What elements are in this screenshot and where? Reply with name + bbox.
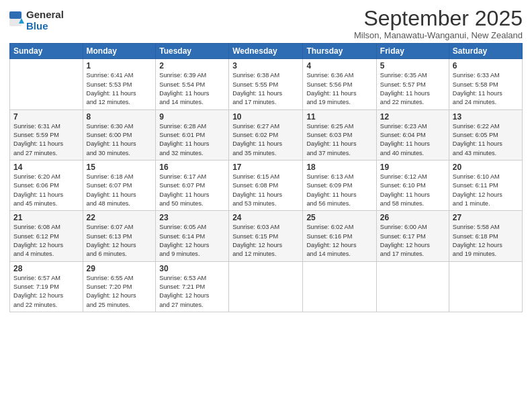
day-number: 12 — [380, 112, 445, 122]
day-info: Sunrise: 6:12 AM Sunset: 6:10 PM Dayligh… — [380, 173, 445, 208]
day-info: Sunrise: 6:23 AM Sunset: 6:04 PM Dayligh… — [380, 122, 445, 158]
day-number: 20 — [453, 163, 519, 172]
week-row-4: 21Sunrise: 6:08 AM Sunset: 6:12 PM Dayli… — [10, 211, 523, 261]
day-info: Sunrise: 6:20 AM Sunset: 6:06 PM Dayligh… — [13, 173, 79, 208]
calendar-cell: 26Sunrise: 6:00 AM Sunset: 6:17 PM Dayli… — [376, 211, 449, 261]
day-info: Sunrise: 6:27 AM Sunset: 6:02 PM Dayligh… — [232, 122, 299, 158]
day-info: Sunrise: 6:31 AM Sunset: 5:59 PM Dayligh… — [13, 122, 79, 158]
day-info: Sunrise: 6:38 AM Sunset: 5:55 PM Dayligh… — [232, 71, 299, 107]
calendar-cell: 29Sunrise: 6:55 AM Sunset: 7:20 PM Dayli… — [83, 261, 156, 312]
day-info: Sunrise: 6:07 AM Sunset: 6:13 PM Dayligh… — [87, 223, 152, 259]
calendar-cell: 2Sunrise: 6:39 AM Sunset: 5:54 PM Daylig… — [156, 59, 229, 109]
calendar-cell: 10Sunrise: 6:27 AM Sunset: 6:02 PM Dayli… — [229, 109, 303, 160]
day-number: 27 — [453, 213, 519, 222]
day-number: 18 — [306, 163, 372, 172]
location-text: Milson, Manawatu-Wanganui, New Zealand — [354, 30, 523, 40]
calendar-cell — [303, 261, 376, 312]
day-info: Sunrise: 6:00 AM Sunset: 6:17 PM Dayligh… — [380, 223, 445, 259]
day-info: Sunrise: 6:13 AM Sunset: 6:09 PM Dayligh… — [306, 173, 372, 208]
calendar-cell: 5Sunrise: 6:35 AM Sunset: 5:57 PM Daylig… — [376, 59, 449, 109]
calendar-cell — [376, 261, 449, 312]
week-row-1: 1Sunrise: 6:41 AM Sunset: 5:53 PM Daylig… — [10, 59, 523, 109]
day-info: Sunrise: 6:18 AM Sunset: 6:07 PM Dayligh… — [87, 173, 152, 208]
day-info: Sunrise: 6:41 AM Sunset: 5:53 PM Dayligh… — [87, 71, 152, 107]
day-info: Sunrise: 6:39 AM Sunset: 5:54 PM Dayligh… — [159, 71, 225, 107]
day-number: 4 — [306, 61, 372, 71]
calendar-cell: 30Sunrise: 6:53 AM Sunset: 7:21 PM Dayli… — [156, 261, 229, 312]
calendar-table: SundayMondayTuesdayWednesdayThursdayFrid… — [9, 43, 523, 312]
day-info: Sunrise: 6:17 AM Sunset: 6:07 PM Dayligh… — [159, 173, 225, 208]
day-info: Sunrise: 6:03 AM Sunset: 6:15 PM Dayligh… — [232, 223, 299, 259]
day-info: Sunrise: 6:36 AM Sunset: 5:56 PM Dayligh… — [306, 71, 372, 107]
day-info: Sunrise: 6:02 AM Sunset: 6:16 PM Dayligh… — [306, 223, 372, 259]
week-row-2: 7Sunrise: 6:31 AM Sunset: 5:59 PM Daylig… — [10, 109, 523, 160]
calendar-cell: 17Sunrise: 6:15 AM Sunset: 6:08 PM Dayli… — [229, 160, 303, 210]
day-info: Sunrise: 6:55 AM Sunset: 7:20 PM Dayligh… — [87, 274, 152, 310]
day-header-sunday: Sunday — [10, 44, 83, 59]
week-row-3: 14Sunrise: 6:20 AM Sunset: 6:06 PM Dayli… — [10, 160, 523, 210]
day-number: 16 — [159, 163, 225, 172]
day-number: 5 — [380, 61, 445, 71]
header-row: SundayMondayTuesdayWednesdayThursdayFrid… — [10, 44, 523, 59]
calendar-cell: 21Sunrise: 6:08 AM Sunset: 6:12 PM Dayli… — [10, 211, 83, 261]
calendar-cell: 23Sunrise: 6:05 AM Sunset: 6:14 PM Dayli… — [156, 211, 229, 261]
day-info: Sunrise: 6:53 AM Sunset: 7:21 PM Dayligh… — [159, 274, 225, 310]
calendar-cell — [449, 261, 522, 312]
day-number: 3 — [232, 61, 299, 71]
day-header-wednesday: Wednesday — [229, 44, 303, 59]
day-number: 15 — [87, 163, 152, 172]
day-number: 24 — [232, 213, 299, 222]
title-section: September 2025 Milson, Manawatu-Wanganui… — [354, 7, 523, 40]
day-number: 22 — [87, 213, 152, 222]
day-number: 1 — [87, 61, 152, 71]
day-number: 25 — [306, 213, 372, 222]
day-info: Sunrise: 6:33 AM Sunset: 5:58 PM Dayligh… — [453, 71, 519, 107]
day-header-thursday: Thursday — [303, 44, 376, 59]
calendar-cell: 4Sunrise: 6:36 AM Sunset: 5:56 PM Daylig… — [303, 59, 376, 109]
day-info: Sunrise: 6:57 AM Sunset: 7:19 PM Dayligh… — [13, 274, 79, 310]
day-info: Sunrise: 6:22 AM Sunset: 6:05 PM Dayligh… — [453, 122, 519, 158]
calendar-cell: 16Sunrise: 6:17 AM Sunset: 6:07 PM Dayli… — [156, 160, 229, 210]
day-header-friday: Friday — [376, 44, 449, 59]
day-number: 7 — [13, 112, 79, 122]
day-number: 8 — [87, 112, 152, 122]
logo-icon — [9, 11, 24, 30]
calendar-cell — [229, 261, 303, 312]
day-number: 17 — [232, 163, 299, 172]
day-info: Sunrise: 5:58 AM Sunset: 6:18 PM Dayligh… — [453, 223, 519, 259]
calendar-cell: 22Sunrise: 6:07 AM Sunset: 6:13 PM Dayli… — [83, 211, 156, 261]
day-header-tuesday: Tuesday — [156, 44, 229, 59]
calendar-cell: 15Sunrise: 6:18 AM Sunset: 6:07 PM Dayli… — [83, 160, 156, 210]
day-number: 29 — [87, 264, 152, 273]
logo-text: General Blue — [26, 9, 64, 32]
svg-rect-1 — [9, 11, 21, 19]
day-number: 23 — [159, 213, 225, 222]
day-number: 21 — [13, 213, 79, 222]
page-header: General Blue September 2025 Milson, Mana… — [9, 7, 523, 40]
calendar-cell: 27Sunrise: 5:58 AM Sunset: 6:18 PM Dayli… — [449, 211, 522, 261]
week-row-5: 28Sunrise: 6:57 AM Sunset: 7:19 PM Dayli… — [10, 261, 523, 312]
day-header-monday: Monday — [83, 44, 156, 59]
month-title: September 2025 — [354, 7, 523, 30]
logo: General Blue — [9, 9, 64, 32]
day-info: Sunrise: 6:08 AM Sunset: 6:12 PM Dayligh… — [13, 223, 79, 259]
day-number: 6 — [453, 61, 519, 71]
calendar-cell: 13Sunrise: 6:22 AM Sunset: 6:05 PM Dayli… — [449, 109, 522, 160]
day-number: 11 — [306, 112, 372, 122]
day-info: Sunrise: 6:35 AM Sunset: 5:57 PM Dayligh… — [380, 71, 445, 107]
calendar-cell: 3Sunrise: 6:38 AM Sunset: 5:55 PM Daylig… — [229, 59, 303, 109]
calendar-cell: 20Sunrise: 6:10 AM Sunset: 6:11 PM Dayli… — [449, 160, 522, 210]
day-number: 28 — [13, 264, 79, 273]
day-number: 26 — [380, 213, 445, 222]
day-number: 19 — [380, 163, 445, 172]
calendar-cell — [10, 59, 83, 109]
logo-blue-text: Blue — [26, 21, 64, 32]
calendar-cell: 28Sunrise: 6:57 AM Sunset: 7:19 PM Dayli… — [10, 261, 83, 312]
calendar-cell: 18Sunrise: 6:13 AM Sunset: 6:09 PM Dayli… — [303, 160, 376, 210]
day-number: 9 — [159, 112, 225, 122]
calendar-cell: 25Sunrise: 6:02 AM Sunset: 6:16 PM Dayli… — [303, 211, 376, 261]
day-info: Sunrise: 6:15 AM Sunset: 6:08 PM Dayligh… — [232, 173, 299, 208]
day-info: Sunrise: 6:25 AM Sunset: 6:03 PM Dayligh… — [306, 122, 372, 158]
calendar-cell: 24Sunrise: 6:03 AM Sunset: 6:15 PM Dayli… — [229, 211, 303, 261]
calendar-cell: 9Sunrise: 6:28 AM Sunset: 6:01 PM Daylig… — [156, 109, 229, 160]
